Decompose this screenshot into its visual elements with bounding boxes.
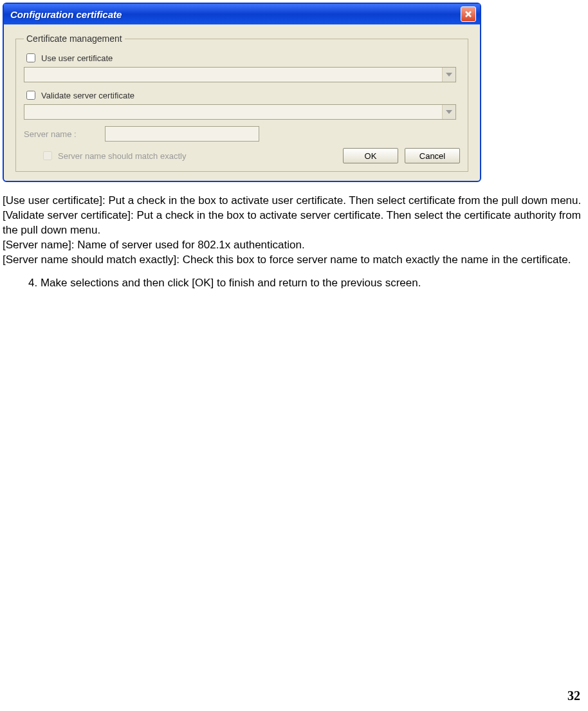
title-bar-text: Configuration certificate [10, 9, 122, 20]
use-user-cert-checkbox[interactable] [26, 53, 35, 62]
cert-management-group: Certificate management Use user certific… [15, 33, 468, 172]
desc-validate-server-cert: [Validate server certificate]: Put a che… [3, 208, 582, 238]
title-bar: Configuration certificate [4, 4, 480, 24]
validate-server-cert-checkbox[interactable] [26, 91, 35, 100]
ok-button[interactable]: OK [343, 148, 398, 163]
cancel-button[interactable]: Cancel [405, 148, 460, 163]
step-4: 4. Make selections and then click [OK] t… [28, 277, 583, 290]
server-cert-field[interactable] [24, 105, 442, 119]
svg-marker-3 [446, 110, 452, 114]
config-cert-dialog: Configuration certificate Certificate ma… [3, 3, 481, 182]
group-legend: Certificate management [24, 33, 125, 44]
validate-server-cert-label: Validate server certificate [41, 91, 134, 100]
match-exactly-checkbox[interactable] [43, 151, 52, 160]
svg-marker-2 [446, 73, 452, 77]
close-button[interactable] [461, 6, 476, 22]
chevron-down-icon[interactable] [442, 68, 455, 82]
server-cert-select[interactable] [24, 104, 456, 120]
close-icon [464, 10, 472, 18]
server-name-label: Server name : [24, 129, 95, 139]
match-exactly-label: Server name should match exactly [58, 151, 186, 161]
use-user-cert-label: Use user certificate [41, 53, 113, 63]
user-cert-field[interactable] [24, 68, 442, 82]
desc-match-exactly: [Server name should match exactly]: Chec… [3, 253, 582, 268]
user-cert-select[interactable] [24, 67, 456, 82]
description-block: [Use user certificate]: Put a check in t… [3, 194, 582, 268]
desc-use-user-cert: [Use user certificate]: Put a check in t… [3, 194, 582, 208]
desc-server-name: [Server name]: Name of server used for 8… [3, 238, 582, 253]
server-name-field[interactable] [105, 126, 259, 142]
chevron-down-icon[interactable] [442, 105, 455, 119]
